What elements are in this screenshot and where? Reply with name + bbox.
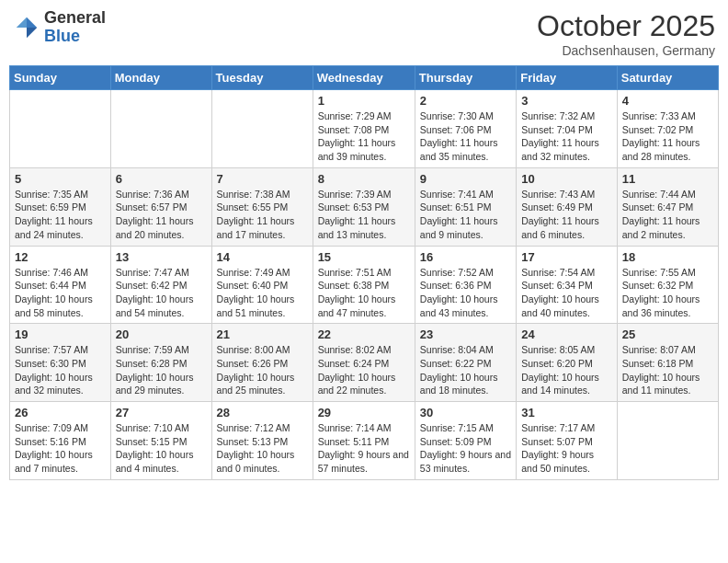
day-number: 27 [116,406,207,419]
svg-marker-2 [17,17,27,28]
day-number: 18 [622,250,713,264]
page-header: General Blue October 2025 Dachsenhausen,… [9,9,719,58]
calendar-week-row: 1Sunrise: 7:29 AM Sunset: 7:08 PM Daylig… [10,90,719,168]
calendar-cell: 3Sunrise: 7:32 AM Sunset: 7:04 PM Daylig… [517,90,618,168]
calendar-week-row: 12Sunrise: 7:46 AM Sunset: 6:44 PM Dayli… [10,246,719,324]
day-number: 30 [420,406,511,419]
day-number: 13 [116,250,207,264]
logo: General Blue [13,9,106,46]
day-number: 25 [622,327,713,341]
day-info: Sunrise: 7:54 AM Sunset: 6:34 PM Dayligh… [521,266,612,320]
title-block: October 2025 Dachsenhausen, Germany [537,9,715,58]
calendar-cell: 11Sunrise: 7:44 AM Sunset: 6:47 PM Dayli… [617,167,718,246]
day-info: Sunrise: 7:59 AM Sunset: 6:28 PM Dayligh… [116,343,207,397]
day-info: Sunrise: 8:07 AM Sunset: 6:18 PM Dayligh… [622,343,713,397]
day-number: 21 [217,327,308,341]
day-number: 7 [217,172,308,186]
calendar-cell: 12Sunrise: 7:46 AM Sunset: 6:44 PM Dayli… [10,246,111,324]
day-of-week-header: Wednesday [313,66,415,90]
day-number: 20 [116,327,207,341]
day-info: Sunrise: 7:17 AM Sunset: 5:07 PM Dayligh… [521,421,612,476]
day-info: Sunrise: 7:32 AM Sunset: 7:04 PM Dayligh… [521,109,612,164]
day-info: Sunrise: 7:09 AM Sunset: 5:16 PM Dayligh… [15,421,106,476]
day-number: 17 [521,250,612,264]
calendar-header-row: SundayMondayTuesdayWednesdayThursdayFrid… [10,66,719,90]
calendar-cell [10,90,111,168]
day-number: 24 [521,327,612,341]
svg-marker-1 [27,28,37,38]
calendar-cell: 10Sunrise: 7:43 AM Sunset: 6:49 PM Dayli… [517,167,618,246]
calendar-week-row: 26Sunrise: 7:09 AM Sunset: 5:16 PM Dayli… [10,402,719,480]
calendar-cell: 25Sunrise: 8:07 AM Sunset: 6:18 PM Dayli… [617,324,718,402]
calendar-cell: 26Sunrise: 7:09 AM Sunset: 5:16 PM Dayli… [10,402,111,480]
day-info: Sunrise: 7:10 AM Sunset: 5:15 PM Dayligh… [116,421,207,476]
day-info: Sunrise: 8:02 AM Sunset: 6:24 PM Dayligh… [318,343,410,397]
calendar-cell: 18Sunrise: 7:55 AM Sunset: 6:32 PM Dayli… [617,246,718,324]
calendar-cell: 7Sunrise: 7:38 AM Sunset: 6:55 PM Daylig… [211,167,313,246]
day-number: 3 [521,94,612,108]
calendar-cell: 14Sunrise: 7:49 AM Sunset: 6:40 PM Dayli… [211,246,313,324]
calendar-cell: 17Sunrise: 7:54 AM Sunset: 6:34 PM Dayli… [517,246,618,324]
logo-text: General Blue [44,9,106,46]
svg-marker-0 [27,17,37,28]
day-info: Sunrise: 7:38 AM Sunset: 6:55 PM Dayligh… [217,188,308,242]
day-of-week-header: Monday [110,66,211,90]
location: Dachsenhausen, Germany [537,43,715,58]
day-number: 31 [521,406,612,419]
calendar-cell: 2Sunrise: 7:30 AM Sunset: 7:06 PM Daylig… [415,90,516,168]
day-info: Sunrise: 7:33 AM Sunset: 7:02 PM Dayligh… [622,109,713,164]
day-info: Sunrise: 7:52 AM Sunset: 6:36 PM Dayligh… [420,266,511,320]
day-info: Sunrise: 7:43 AM Sunset: 6:49 PM Dayligh… [521,188,612,242]
calendar-cell: 27Sunrise: 7:10 AM Sunset: 5:15 PM Dayli… [110,402,211,480]
calendar-cell: 8Sunrise: 7:39 AM Sunset: 6:53 PM Daylig… [313,167,415,246]
calendar-cell: 20Sunrise: 7:59 AM Sunset: 6:28 PM Dayli… [110,324,211,402]
day-of-week-header: Tuesday [211,66,313,90]
day-number: 15 [318,250,410,264]
day-info: Sunrise: 7:12 AM Sunset: 5:13 PM Dayligh… [217,421,308,476]
calendar-cell: 22Sunrise: 8:02 AM Sunset: 6:24 PM Dayli… [313,324,415,402]
calendar-cell: 4Sunrise: 7:33 AM Sunset: 7:02 PM Daylig… [617,90,718,168]
calendar-cell: 16Sunrise: 7:52 AM Sunset: 6:36 PM Dayli… [415,246,516,324]
day-number: 6 [116,172,207,186]
calendar-cell [211,90,313,168]
day-of-week-header: Saturday [617,66,718,90]
calendar-cell: 28Sunrise: 7:12 AM Sunset: 5:13 PM Dayli… [211,402,313,480]
day-number: 2 [420,94,511,108]
day-info: Sunrise: 7:44 AM Sunset: 6:47 PM Dayligh… [622,188,713,242]
day-info: Sunrise: 7:57 AM Sunset: 6:30 PM Dayligh… [15,343,106,397]
day-number: 16 [420,250,511,264]
day-info: Sunrise: 8:04 AM Sunset: 6:22 PM Dayligh… [420,343,511,397]
calendar-week-row: 5Sunrise: 7:35 AM Sunset: 6:59 PM Daylig… [10,167,719,246]
day-number: 8 [318,172,410,186]
calendar-cell: 19Sunrise: 7:57 AM Sunset: 6:30 PM Dayli… [10,324,111,402]
day-info: Sunrise: 7:15 AM Sunset: 5:09 PM Dayligh… [420,421,511,476]
day-info: Sunrise: 7:47 AM Sunset: 6:42 PM Dayligh… [116,266,207,320]
calendar-cell [110,90,211,168]
calendar-week-row: 19Sunrise: 7:57 AM Sunset: 6:30 PM Dayli… [10,324,719,402]
day-info: Sunrise: 7:55 AM Sunset: 6:32 PM Dayligh… [622,266,713,320]
day-number: 5 [15,172,106,186]
day-of-week-header: Friday [517,66,618,90]
day-info: Sunrise: 7:36 AM Sunset: 6:57 PM Dayligh… [116,188,207,242]
calendar-cell: 21Sunrise: 8:00 AM Sunset: 6:26 PM Dayli… [211,324,313,402]
day-of-week-header: Sunday [10,66,111,90]
month-title: October 2025 [537,9,715,43]
day-number: 23 [420,327,511,341]
day-info: Sunrise: 7:46 AM Sunset: 6:44 PM Dayligh… [15,266,106,320]
day-number: 10 [521,172,612,186]
calendar-cell: 30Sunrise: 7:15 AM Sunset: 5:09 PM Dayli… [415,402,516,480]
logo-icon [13,14,40,41]
calendar-table: SundayMondayTuesdayWednesdayThursdayFrid… [9,65,719,480]
calendar-cell: 31Sunrise: 7:17 AM Sunset: 5:07 PM Dayli… [517,402,618,480]
day-number: 1 [318,94,410,108]
calendar-cell: 29Sunrise: 7:14 AM Sunset: 5:11 PM Dayli… [313,402,415,480]
day-info: Sunrise: 7:30 AM Sunset: 7:06 PM Dayligh… [420,109,511,164]
day-info: Sunrise: 7:49 AM Sunset: 6:40 PM Dayligh… [217,266,308,320]
calendar-cell: 23Sunrise: 8:04 AM Sunset: 6:22 PM Dayli… [415,324,516,402]
day-number: 9 [420,172,511,186]
calendar-cell: 6Sunrise: 7:36 AM Sunset: 6:57 PM Daylig… [110,167,211,246]
day-info: Sunrise: 7:29 AM Sunset: 7:08 PM Dayligh… [318,109,410,164]
day-number: 12 [15,250,106,264]
calendar-cell [617,402,718,480]
calendar-cell: 5Sunrise: 7:35 AM Sunset: 6:59 PM Daylig… [10,167,111,246]
